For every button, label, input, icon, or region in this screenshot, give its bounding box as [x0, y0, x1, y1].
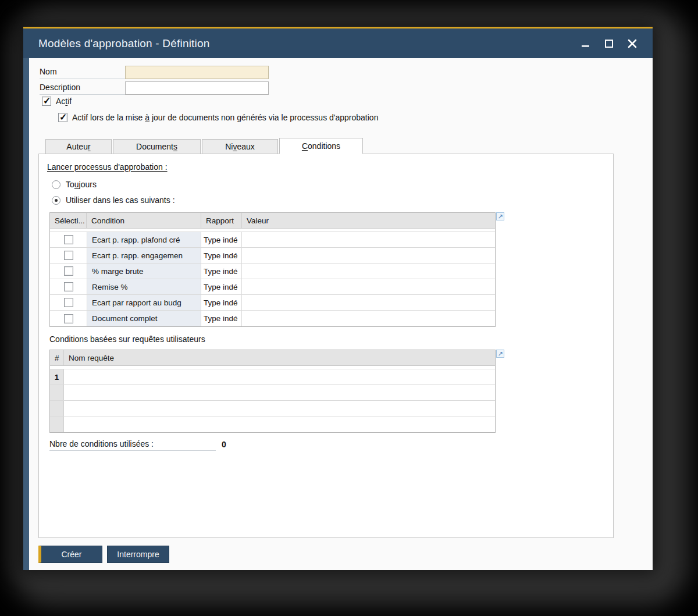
window-left-border [23, 58, 29, 570]
valeur-cell[interactable] [242, 279, 495, 294]
query-name-cell[interactable] [64, 369, 495, 384]
row-number-cell [50, 416, 64, 432]
expand-grid-icon[interactable]: ↗ [496, 212, 504, 220]
actif-label: Actif [56, 97, 72, 106]
col-header-number[interactable]: # [50, 350, 64, 365]
rapport-cell[interactable]: Type indé [201, 311, 242, 326]
table-row[interactable]: Remise % Type indé [50, 279, 495, 295]
row-number-cell: 1 [50, 369, 64, 384]
valeur-cell[interactable] [242, 248, 495, 263]
nom-label: Nom [40, 65, 125, 79]
actif-checkbox[interactable] [42, 97, 51, 106]
rapport-cell[interactable]: Type indé [201, 279, 242, 294]
actif-maj-label: Actif lors de la mise à jour de document… [72, 113, 378, 122]
col-header-valeur[interactable]: Valeur [242, 213, 495, 228]
row-checkbox[interactable] [64, 298, 73, 307]
query-name-cell[interactable] [64, 401, 495, 416]
col-header-condition[interactable]: Condition [87, 213, 201, 228]
tab-documents[interactable]: Documents [113, 139, 201, 154]
condition-cell[interactable]: Ecart p. rapp. plafond cré [87, 232, 201, 247]
query-name-cell[interactable] [64, 385, 495, 400]
row-checkbox[interactable] [64, 282, 73, 291]
expand-grid-icon[interactable]: ↗ [496, 350, 504, 358]
titlebar[interactable]: Modèles d'approbation - Définition [23, 29, 653, 58]
condition-cell[interactable]: Ecart par rapport au budg [87, 295, 201, 310]
conditions-table: Sélecti... Condition Rapport Valeur Ecar… [49, 212, 496, 327]
actif-checkbox-row[interactable]: Actif [42, 97, 72, 106]
conditions-count-label: Nbre de conditions utilisées : [49, 439, 216, 451]
rapport-cell[interactable]: Type indé [201, 232, 242, 247]
conditions-table-header: Sélecti... Condition Rapport Valeur [50, 213, 495, 229]
row-checkbox[interactable] [64, 266, 73, 276]
row-checkbox[interactable] [64, 314, 73, 323]
nom-input[interactable] [125, 66, 269, 79]
window-title: Modèles d'approbation - Définition [38, 37, 210, 50]
tab-conditions[interactable]: Conditions [279, 138, 363, 154]
description-label: Description [40, 81, 125, 95]
conditions-count-value: 0 [222, 440, 226, 451]
table-row[interactable]: Ecart p. rapp. engagemen Type indé [50, 248, 495, 264]
row-checkbox[interactable] [64, 251, 73, 260]
utiliser-radio[interactable] [52, 196, 60, 205]
table-row[interactable]: % marge brute Type indé [50, 264, 495, 279]
col-header-query-name[interactable]: Nom requête [64, 350, 495, 365]
create-button[interactable]: Créer [38, 546, 102, 563]
condition-cell[interactable]: Remise % [87, 279, 201, 294]
user-queries-table: # Nom requête 1 [49, 350, 496, 433]
col-header-rapport[interactable]: Rapport [201, 213, 242, 228]
approval-templates-dialog: Modèles d'approbation - Définition Nom D… [23, 27, 653, 570]
radio-utiliser-row[interactable]: Utiliser dans les cas suivants : [52, 195, 175, 205]
table-row[interactable]: Ecart p. rapp. plafond cré Type indé [50, 232, 495, 248]
toujours-label: Toujours [66, 180, 97, 189]
valeur-cell[interactable] [242, 232, 495, 247]
rapport-cell[interactable]: Type indé [201, 295, 242, 310]
condition-cell[interactable]: % marge brute [87, 264, 201, 279]
close-button[interactable] [627, 38, 638, 49]
tabstrip: Auteur Documents Niveaux Conditions [45, 137, 364, 154]
rapport-cell[interactable]: Type indé [201, 248, 242, 263]
user-queries-header: # Nom requête [50, 350, 495, 366]
query-name-cell[interactable] [64, 416, 495, 432]
launch-process-heading: Lancer processus d'approbation : [47, 162, 168, 172]
valeur-cell[interactable] [242, 311, 495, 326]
condition-cell[interactable]: Document complet [87, 311, 201, 326]
condition-cell[interactable]: Ecart p. rapp. engagemen [87, 248, 201, 263]
row-checkbox[interactable] [64, 235, 73, 244]
tab-auteur[interactable]: Auteur [45, 139, 112, 154]
conditions-tab-panel: Lancer processus d'approbation : Toujour… [38, 154, 614, 538]
actif-maj-checkbox-row[interactable]: Actif lors de la mise à jour de document… [58, 113, 378, 122]
utiliser-label: Utiliser dans les cas suivants : [66, 195, 175, 205]
table-row[interactable]: Document complet Type indé [50, 311, 495, 326]
table-row[interactable] [50, 416, 495, 432]
table-row[interactable] [50, 385, 495, 401]
valeur-cell[interactable] [242, 295, 495, 310]
radio-toujours-row[interactable]: Toujours [52, 180, 97, 189]
rapport-cell[interactable]: Type indé [201, 264, 242, 279]
minimize-button[interactable] [581, 38, 591, 49]
interrupt-button[interactable]: Interrompre [107, 546, 169, 563]
tab-niveaux[interactable]: Niveaux [202, 139, 278, 154]
valeur-cell[interactable] [242, 264, 495, 279]
user-queries-title: Conditions basées sur requêtes utilisate… [49, 334, 205, 344]
actif-maj-checkbox[interactable] [58, 113, 67, 122]
maximize-button[interactable] [604, 38, 614, 49]
toujours-radio[interactable] [52, 180, 60, 189]
row-number-cell [50, 385, 64, 400]
col-header-select[interactable]: Sélecti... [50, 213, 87, 228]
table-row[interactable]: 1 [50, 369, 495, 385]
table-row[interactable]: Ecart par rapport au budg Type indé [50, 295, 495, 311]
row-number-cell [50, 401, 64, 416]
description-input[interactable] [125, 81, 269, 95]
table-row[interactable] [50, 401, 495, 416]
